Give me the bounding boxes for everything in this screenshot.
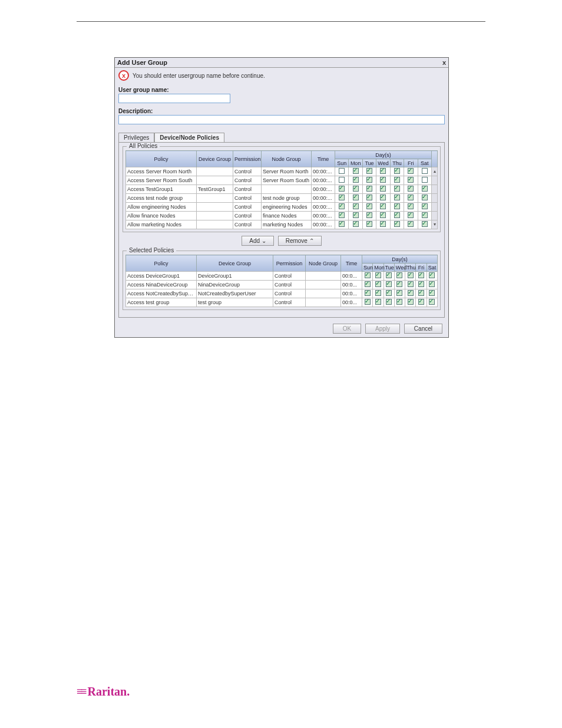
ok-button[interactable]: OK: [333, 324, 361, 334]
day-cell[interactable]: [404, 194, 418, 203]
day-cell[interactable]: [362, 194, 376, 203]
checkbox-icon[interactable]: [422, 221, 428, 227]
checkbox-icon[interactable]: [394, 195, 400, 200]
day-cell[interactable]: [335, 212, 349, 220]
checkbox-icon[interactable]: [353, 186, 359, 192]
checkbox-icon[interactable]: [366, 177, 372, 183]
day-cell[interactable]: [349, 176, 362, 185]
day-cell[interactable]: [349, 167, 362, 176]
checkbox-icon[interactable]: [375, 290, 381, 296]
close-icon[interactable]: x: [442, 59, 446, 66]
day-cell[interactable]: [404, 167, 418, 176]
day-cell[interactable]: [362, 176, 376, 185]
day-cell[interactable]: [405, 272, 416, 281]
remove-button[interactable]: Remove ⌃: [278, 236, 322, 246]
tab-device-node-policies[interactable]: Device/Node Policies: [154, 133, 224, 142]
checkbox-icon[interactable]: [386, 290, 392, 296]
day-cell[interactable]: [376, 203, 390, 212]
checkbox-icon[interactable]: [365, 272, 371, 278]
col-sat[interactable]: Sat: [427, 263, 437, 272]
checkbox-icon[interactable]: [408, 281, 414, 287]
day-cell[interactable]: [405, 281, 416, 289]
checkbox-icon[interactable]: [408, 195, 414, 200]
col-node-group[interactable]: Node Group: [262, 151, 312, 167]
col-sun[interactable]: Sun: [362, 263, 373, 272]
checkbox-icon[interactable]: [380, 212, 386, 218]
day-cell[interactable]: [418, 185, 431, 194]
checkbox-icon[interactable]: [418, 290, 424, 296]
day-cell[interactable]: [376, 220, 390, 229]
scrollbar[interactable]: ▴: [432, 167, 438, 176]
day-cell[interactable]: [404, 212, 418, 220]
checkbox-icon[interactable]: [422, 186, 428, 192]
day-cell[interactable]: [427, 298, 437, 307]
checkbox-icon[interactable]: [429, 299, 435, 305]
checkbox-icon[interactable]: [353, 212, 359, 218]
checkbox-icon[interactable]: [339, 212, 345, 218]
day-cell[interactable]: [335, 167, 349, 176]
checkbox-icon[interactable]: [394, 186, 400, 192]
day-cell[interactable]: [384, 298, 394, 307]
checkbox-icon[interactable]: [429, 281, 435, 287]
day-cell[interactable]: [373, 272, 384, 281]
day-cell[interactable]: [394, 281, 405, 289]
day-cell[interactable]: [390, 185, 404, 194]
checkbox-icon[interactable]: [365, 281, 371, 287]
scrollbar[interactable]: [432, 203, 438, 212]
day-cell[interactable]: [349, 194, 362, 203]
checkbox-icon[interactable]: [422, 168, 428, 174]
cancel-button[interactable]: Cancel: [404, 324, 442, 334]
day-cell[interactable]: [394, 298, 405, 307]
apply-button[interactable]: Apply: [365, 324, 400, 334]
checkbox-icon[interactable]: [396, 299, 402, 305]
checkbox-icon[interactable]: [386, 281, 392, 287]
checkbox-icon[interactable]: [353, 168, 359, 174]
day-cell[interactable]: [362, 272, 373, 281]
checkbox-icon[interactable]: [394, 221, 400, 227]
checkbox-icon[interactable]: [422, 177, 428, 183]
day-cell[interactable]: [390, 220, 404, 229]
day-cell[interactable]: [335, 194, 349, 203]
group-name-input[interactable]: [118, 94, 230, 103]
day-cell[interactable]: [416, 289, 427, 298]
checkbox-icon[interactable]: [366, 168, 372, 174]
checkbox-icon[interactable]: [380, 186, 386, 192]
checkbox-icon[interactable]: [353, 177, 359, 183]
day-cell[interactable]: [362, 212, 376, 220]
col-thu[interactable]: Thu: [405, 263, 416, 272]
col-policy[interactable]: Policy: [126, 255, 197, 272]
day-cell[interactable]: [362, 220, 376, 229]
day-cell[interactable]: [362, 203, 376, 212]
col-time[interactable]: Time: [312, 151, 335, 167]
col-device-group[interactable]: Device Group: [197, 255, 273, 272]
checkbox-icon[interactable]: [408, 272, 414, 278]
day-cell[interactable]: [404, 203, 418, 212]
checkbox-icon[interactable]: [429, 290, 435, 296]
day-cell[interactable]: [362, 167, 376, 176]
col-mon[interactable]: Mon: [349, 159, 362, 167]
checkbox-icon[interactable]: [408, 221, 414, 227]
table-row[interactable]: Allow engineering NodesControlengineerin…: [126, 203, 438, 212]
col-permission[interactable]: Permission: [273, 255, 306, 272]
scrollbar[interactable]: [432, 176, 438, 185]
checkbox-icon[interactable]: [418, 272, 424, 278]
col-wed[interactable]: Wed: [394, 263, 405, 272]
checkbox-icon[interactable]: [339, 186, 345, 192]
checkbox-icon[interactable]: [380, 203, 386, 209]
col-time[interactable]: Time: [341, 255, 362, 272]
checkbox-icon[interactable]: [408, 203, 414, 209]
checkbox-icon[interactable]: [422, 212, 428, 218]
day-cell[interactable]: [362, 289, 373, 298]
checkbox-icon[interactable]: [418, 281, 424, 287]
scroll-up-icon[interactable]: ▴: [432, 169, 437, 174]
checkbox-icon[interactable]: [380, 195, 386, 200]
day-cell[interactable]: [418, 194, 431, 203]
checkbox-icon[interactable]: [380, 168, 386, 174]
checkbox-icon[interactable]: [366, 186, 372, 192]
col-thu[interactable]: Thu: [390, 159, 404, 167]
day-cell[interactable]: [362, 298, 373, 307]
checkbox-icon[interactable]: [408, 290, 414, 296]
checkbox-icon[interactable]: [339, 168, 345, 174]
table-row[interactable]: Allow marketing NodesControlmarketing No…: [126, 220, 438, 229]
day-cell[interactable]: [418, 176, 431, 185]
